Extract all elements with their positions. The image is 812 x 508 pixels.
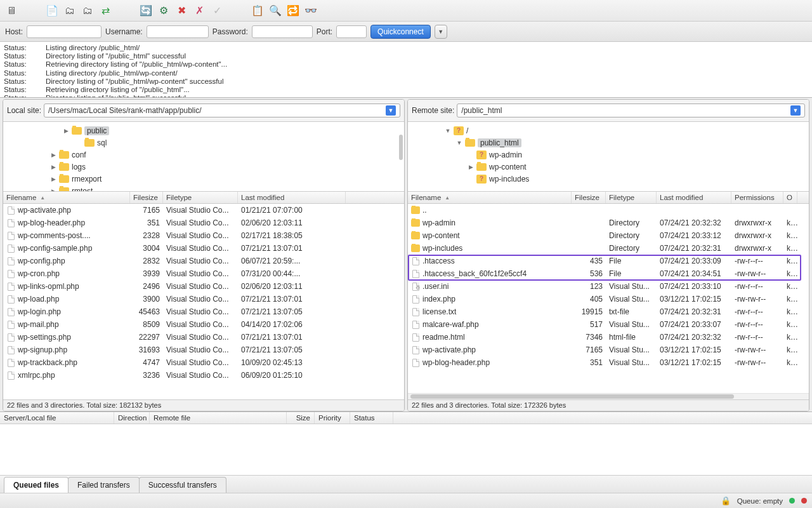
file-row[interactable]: wp-adminDirectory07/24/21 20:32:32drwxrw… <box>408 217 809 229</box>
remote-tree[interactable]: ▼?/▼public_html?wp-admin▶wp-content?wp-i… <box>408 122 809 192</box>
file-row[interactable]: .htaccess_back_60fc1f2e5ccf4536File07/24… <box>408 267 809 280</box>
file-row[interactable]: xmlrpc.php3236Visual Studio Co...06/09/2… <box>3 369 404 382</box>
reconnect-icon[interactable]: ✓ <box>211 4 223 17</box>
local-path-dropdown[interactable]: /Users/mac/Local Sites/rank-math/app/pub… <box>44 104 400 117</box>
col-remote-file[interactable]: Remote file <box>150 412 287 424</box>
username-input[interactable] <box>147 25 209 38</box>
tree-item[interactable]: ▶logs <box>3 161 404 173</box>
col-server[interactable]: Server/Local file <box>0 412 114 424</box>
col-owner[interactable]: O <box>783 192 797 203</box>
scrollbar-thumb[interactable] <box>399 135 403 160</box>
queue-body[interactable] <box>0 424 812 475</box>
process-queue-icon[interactable]: ⚙ <box>157 4 170 17</box>
port-input[interactable] <box>336 25 367 38</box>
file-row[interactable]: wp-config.php2832Visual Studio Co...06/0… <box>3 255 404 267</box>
file-row[interactable]: wp-blog-header.php351Visual Stu...03/12/… <box>408 356 809 369</box>
local-tree[interactable]: ▶publicsql▶conf▶logs▶rmexport▶rmtest <box>3 122 404 192</box>
file-row[interactable]: .. <box>408 204 809 217</box>
file-row[interactable]: .user.ini123Visual Stu...07/24/21 20:33:… <box>408 280 809 293</box>
disclosure-triangle-icon[interactable]: ▼ <box>456 140 462 146</box>
host-input[interactable] <box>27 25 102 38</box>
disclosure-triangle-icon[interactable]: ▼ <box>445 128 451 134</box>
cancel-icon[interactable]: ✖ <box>175 4 188 17</box>
col-filesize[interactable]: Filesize <box>572 192 606 203</box>
tree-item[interactable]: ?wp-admin <box>408 149 809 161</box>
file-row[interactable]: wp-contentDirectory07/24/21 20:33:12drwx… <box>408 229 809 242</box>
message-log[interactable]: Status:Listing directory /public_html/St… <box>0 42 812 98</box>
file-row[interactable]: .htaccess435File07/24/21 20:33:09-rw-r--… <box>408 255 809 267</box>
queue-columns[interactable]: Server/Local file Direction Remote file … <box>0 412 812 424</box>
remote-columns[interactable]: Filename Filesize Filetype Last modified… <box>408 192 809 204</box>
toggle-tree-local-icon[interactable]: 🗂 <box>63 4 76 17</box>
folder-sync-icon[interactable]: 🔁 <box>287 4 299 17</box>
file-row[interactable]: license.txt19915txt-file07/24/21 20:32:3… <box>408 305 809 318</box>
tab-queued-files[interactable]: Queued files <box>4 477 69 493</box>
file-filter-icon[interactable]: 📋 <box>251 4 264 17</box>
file-row[interactable]: wp-activate.php7165Visual Studio Co...01… <box>3 204 404 217</box>
disclosure-triangle-icon[interactable]: ▶ <box>468 164 474 170</box>
file-row[interactable]: wp-trackback.php4747Visual Studio Co...1… <box>3 356 404 369</box>
toggle-queue-icon[interactable]: ⇄ <box>99 4 112 17</box>
remote-file-rows[interactable]: ..wp-adminDirectory07/24/21 20:32:32drwx… <box>408 204 809 393</box>
file-row[interactable]: wp-mail.php8509Visual Studio Co...04/14/… <box>3 318 404 331</box>
disclosure-triangle-icon[interactable]: ▶ <box>50 152 56 158</box>
file-row[interactable]: wp-load.php3900Visual Studio Co...07/21/… <box>3 293 404 305</box>
disclosure-triangle-icon[interactable]: ▶ <box>50 188 56 192</box>
toggle-tree-remote-icon[interactable]: 🗂 <box>81 4 94 17</box>
file-row[interactable]: wp-signup.php31693Visual Studio Co...07/… <box>3 344 404 356</box>
disconnect-icon[interactable]: ✗ <box>193 4 206 17</box>
refresh-icon[interactable]: 🔄 <box>140 4 152 17</box>
tree-item[interactable]: ▶wp-content <box>408 161 809 173</box>
tree-item[interactable]: ▶rmtest <box>3 185 404 192</box>
col-filename[interactable]: Filename <box>3 192 130 203</box>
col-permissions[interactable]: Permissions <box>731 192 783 203</box>
search-icon[interactable]: 🔍 <box>269 4 282 17</box>
password-input[interactable] <box>252 25 313 38</box>
file-row[interactable]: wp-includesDirectory07/24/21 20:32:31drw… <box>408 242 809 255</box>
file-row[interactable]: index.php405Visual Stu...03/12/21 17:02:… <box>408 293 809 305</box>
tree-item[interactable]: ▶rmexport <box>3 173 404 185</box>
horizontal-scrollbar[interactable] <box>408 393 809 399</box>
quickconnect-history-dropdown[interactable]: ▼ <box>435 25 447 39</box>
tree-item[interactable]: ?wp-includes <box>408 173 809 185</box>
file-row[interactable]: wp-login.php45463Visual Studio Co...07/2… <box>3 305 404 318</box>
file-row[interactable]: wp-settings.php22297Visual Studio Co...0… <box>3 331 404 344</box>
tab-failed-transfers[interactable]: Failed transfers <box>68 477 140 493</box>
scrollbar-thumb[interactable] <box>410 394 734 399</box>
site-manager-icon[interactable]: 🖥 <box>5 4 18 17</box>
col-lastmod[interactable]: Last modified <box>657 192 731 203</box>
col-filetype[interactable]: Filetype <box>606 192 657 203</box>
col-size[interactable]: Size <box>287 412 315 424</box>
tree-item[interactable]: ▶public <box>3 124 404 137</box>
file-row[interactable]: readme.html7346html-file07/24/21 20:32:3… <box>408 331 809 344</box>
file-row[interactable]: wp-cron.php3939Visual Studio Co...07/31/… <box>3 267 404 280</box>
remote-path-dropdown[interactable]: /public_html ▼ <box>457 104 805 117</box>
file-row[interactable]: wp-blog-header.php351Visual Studio Co...… <box>3 217 404 229</box>
tree-item[interactable]: ▼public_html <box>408 137 809 149</box>
tree-item[interactable]: sql <box>3 137 404 149</box>
file-row[interactable]: wp-config-sample.php3004Visual Studio Co… <box>3 242 404 255</box>
col-filesize[interactable]: Filesize <box>130 192 163 203</box>
col-priority[interactable]: Priority <box>315 412 350 424</box>
file-row[interactable]: malcare-waf.php517Visual Stu...07/24/21 … <box>408 318 809 331</box>
quickconnect-button[interactable]: Quickconnect <box>370 25 431 39</box>
tree-item[interactable]: ▶conf <box>3 149 404 161</box>
tab-successful-transfers[interactable]: Successful transfers <box>139 477 226 493</box>
disclosure-triangle-icon[interactable]: ▶ <box>50 176 56 182</box>
file-row[interactable]: wp-links-opml.php2496Visual Studio Co...… <box>3 280 404 293</box>
local-file-rows[interactable]: wp-activate.php7165Visual Studio Co...01… <box>3 204 404 399</box>
col-filetype[interactable]: Filetype <box>163 192 238 203</box>
col-direction[interactable]: Direction <box>114 412 150 424</box>
file-row[interactable]: wp-comments-post....2328Visual Studio Co… <box>3 229 404 242</box>
col-filename[interactable]: Filename <box>408 192 572 203</box>
disclosure-triangle-icon[interactable]: ▶ <box>50 164 56 170</box>
toggle-log-icon[interactable]: 📄 <box>46 4 58 17</box>
disclosure-triangle-icon[interactable]: ▶ <box>63 128 69 134</box>
file-row[interactable]: wp-activate.php7165Visual Stu...03/12/21… <box>408 344 809 356</box>
local-columns[interactable]: Filename Filesize Filetype Last modified <box>3 192 404 204</box>
lock-icon[interactable]: 🔒 <box>721 496 731 505</box>
col-status[interactable]: Status <box>350 412 393 424</box>
col-lastmod[interactable]: Last modified <box>238 192 346 203</box>
find-remote-icon[interactable]: 👓 <box>304 4 317 17</box>
tree-item[interactable]: ▼?/ <box>408 124 809 137</box>
